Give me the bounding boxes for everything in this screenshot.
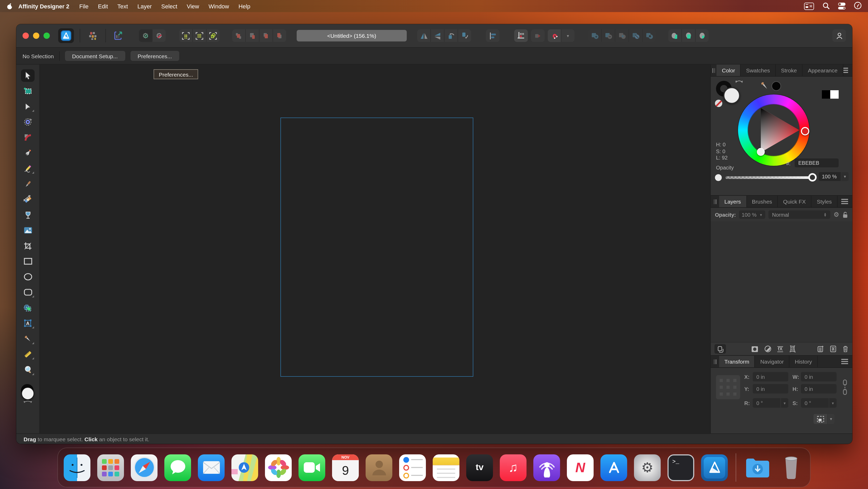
shear-input[interactable]: 0 °▼ <box>801 398 837 408</box>
artistic-text-tool[interactable]: A <box>21 317 35 329</box>
fill-stroke-swatches[interactable] <box>20 384 36 402</box>
dock-news[interactable]: N <box>567 454 594 481</box>
fill-gradient-tool[interactable] <box>21 193 35 206</box>
layers-opacity-input[interactable]: 100 %▼ <box>739 210 765 219</box>
keyboard-input-menu-icon[interactable]: ⌘ <box>804 2 814 10</box>
boolean-divide-button[interactable] <box>628 29 642 42</box>
rotate-counterclockwise-button[interactable] <box>444 29 458 42</box>
move-to-front-button[interactable] <box>232 29 245 42</box>
menu-view[interactable]: View <box>182 3 204 9</box>
tab-swatches[interactable]: Swatches <box>741 64 776 76</box>
designer-persona-button[interactable] <box>58 28 74 43</box>
tab-stroke[interactable]: Stroke <box>776 64 803 76</box>
node-tool[interactable] <box>21 100 35 113</box>
export-persona-button[interactable] <box>112 29 125 42</box>
move-by-whole-pixels-button[interactable] <box>206 29 220 42</box>
dock-appstore[interactable] <box>600 454 627 481</box>
dock-messages[interactable] <box>164 454 191 481</box>
white-swatch[interactable] <box>830 90 839 98</box>
tab-layers[interactable]: Layers <box>719 196 747 207</box>
place-image-tool[interactable] <box>21 224 35 237</box>
mask-layer-icon[interactable] <box>751 345 758 352</box>
flip-horizontal-button[interactable] <box>417 29 430 42</box>
vector-crop-tool[interactable] <box>21 239 35 252</box>
transform-origin-button[interactable] <box>813 414 827 424</box>
add-pixel-layer-icon[interactable] <box>830 345 837 352</box>
fill-swatch[interactable] <box>22 387 34 400</box>
menu-window[interactable]: Window <box>204 3 234 9</box>
menu-edit[interactable]: Edit <box>93 3 113 9</box>
pixel-align-button[interactable] <box>179 29 192 42</box>
dock-photos[interactable] <box>265 454 292 481</box>
active-app-name[interactable]: Affinity Designer 2 <box>14 3 74 9</box>
menu-help[interactable]: Help <box>234 3 255 9</box>
y-input[interactable]: 0 in <box>753 384 788 394</box>
account-button[interactable] <box>832 29 846 42</box>
menu-select[interactable]: Select <box>156 3 182 9</box>
canvas[interactable]: Preferences... <box>40 64 710 433</box>
rotate-clockwise-button[interactable] <box>458 29 471 42</box>
zoom-button[interactable] <box>43 32 50 39</box>
dock-notes[interactable] <box>433 454 459 481</box>
dock-tv[interactable]: tv <box>466 454 493 481</box>
clock-icon[interactable] <box>854 2 862 10</box>
apple-menu-icon[interactable] <box>6 2 13 10</box>
link-dimensions-icon[interactable] <box>842 379 848 395</box>
panel-menu-icon[interactable] <box>841 361 848 362</box>
pen-tool[interactable] <box>21 147 35 159</box>
boolean-add-button[interactable] <box>588 29 601 42</box>
x-input[interactable]: 0 in <box>753 372 788 381</box>
menu-layer[interactable]: Layer <box>133 3 156 9</box>
dock-safari[interactable] <box>131 454 157 481</box>
move-to-back-button[interactable] <box>273 29 286 42</box>
dock-finder[interactable] <box>64 454 90 481</box>
layers-list-empty[interactable] <box>711 222 852 342</box>
black-swatch[interactable] <box>822 90 830 98</box>
move-forward-button[interactable] <box>245 29 259 42</box>
pixel-persona-button[interactable] <box>86 29 100 42</box>
pencil-tool[interactable] <box>21 162 35 175</box>
dock-trash[interactable] <box>778 454 804 481</box>
zoom-tool[interactable] <box>21 363 35 376</box>
preferences-button[interactable]: Preferences... <box>130 51 179 61</box>
saturation-lightness-triangle[interactable] <box>738 94 809 166</box>
transform-origin-chevron[interactable]: ▼ <box>828 414 834 424</box>
minimize-button[interactable] <box>33 32 39 39</box>
tab-transform[interactable]: Transform <box>719 356 755 367</box>
dock-podcasts[interactable] <box>533 454 560 481</box>
tab-color[interactable]: Color <box>716 64 741 76</box>
flip-vertical-button[interactable] <box>430 29 444 42</box>
color-picker-tool[interactable] <box>21 333 35 345</box>
opacity-slider[interactable] <box>725 176 811 179</box>
boolean-combine-button[interactable] <box>642 29 656 42</box>
opacity-value[interactable]: 100 % <box>819 172 841 181</box>
dock-reminders[interactable] <box>399 454 426 481</box>
tab-appearance[interactable]: Appearance <box>803 64 843 76</box>
artboard-tool[interactable] <box>21 85 35 97</box>
swap-fill-stroke-icon[interactable] <box>735 78 744 84</box>
snapping-magnet-button[interactable] <box>548 29 561 42</box>
hue-marker[interactable] <box>801 127 809 135</box>
color-picker-icon[interactable] <box>759 81 771 91</box>
tab-navigator[interactable]: Navigator <box>755 356 789 367</box>
move-tool[interactable] <box>21 69 35 82</box>
h-input[interactable]: 0 in <box>801 384 837 394</box>
dock-maps[interactable] <box>231 454 258 481</box>
tab-brushes[interactable]: Brushes <box>747 196 778 207</box>
close-button[interactable] <box>23 32 29 39</box>
picked-color-swatch[interactable] <box>772 81 781 91</box>
opacity-chevron[interactable]: ▼ <box>841 172 848 181</box>
tab-quickfx[interactable]: Quick FX <box>778 196 811 207</box>
dock-mail[interactable] <box>198 454 225 481</box>
point-transform-tool[interactable] <box>21 116 35 128</box>
hex-input[interactable]: EBEBEB <box>795 159 839 167</box>
tab-history[interactable]: History <box>789 356 818 367</box>
measure-tool[interactable] <box>21 348 35 361</box>
corner-tool[interactable] <box>21 131 35 144</box>
dock-terminal[interactable]: >_ <box>668 454 694 481</box>
move-backward-button[interactable] <box>259 29 273 42</box>
dock-affinity-designer[interactable] <box>701 454 728 481</box>
layer-effects-icon[interactable]: fX <box>777 346 783 352</box>
rotation-input[interactable]: 0 °▼ <box>753 398 788 408</box>
dock-calendar[interactable]: NOV9 <box>332 454 359 481</box>
